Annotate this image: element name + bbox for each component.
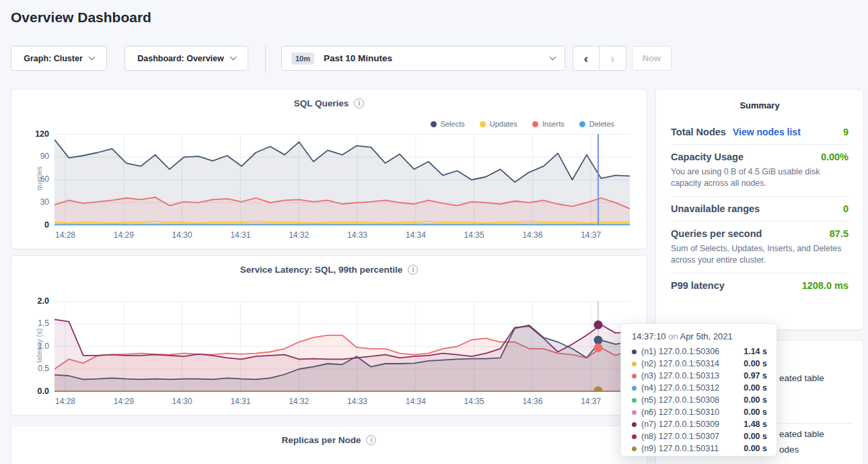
tooltip-node-value: 0.00 s <box>744 359 767 368</box>
view-nodes-list-link[interactable]: View nodes list <box>733 127 801 137</box>
chevron-down-icon <box>550 54 556 61</box>
unavailable-ranges-label: Unavailable ranges <box>671 203 760 214</box>
legend-item-updates[interactable]: Updates <box>480 120 517 128</box>
tooltip-node-row: (n8) 127.0.0.1:503070.00 s <box>632 430 767 442</box>
y-axis-tick-label: 0 <box>20 220 49 230</box>
y-axis-unit-label: queries <box>35 155 43 202</box>
x-axis-tick-label: 14:30 <box>166 397 198 406</box>
y-axis-unit-label: latency (s) <box>35 322 43 369</box>
legend-label: Inserts <box>542 120 565 128</box>
tooltip-node-row: (n2) 127.0.0.1:503140.00 s <box>632 358 767 370</box>
node-series-dot-icon <box>632 386 637 391</box>
x-axis-tick-label: 14:37 <box>575 230 607 240</box>
tooltip-node-name: (n8) 127.0.0.1:50307 <box>641 432 739 441</box>
capacity-usage-desc: You are using 0 B of 4.5 GiB usable disk… <box>671 166 848 196</box>
x-axis-tick-label: 14:37 <box>575 397 607 406</box>
node-series-dot-icon <box>632 398 637 403</box>
tooltip-node-row: (n6) 127.0.0.1:503100.00 s <box>632 406 767 418</box>
chart-legend: SelectsUpdatesInsertsDeletes <box>431 120 614 128</box>
summary-title: Summary <box>671 100 848 110</box>
node-series-dot-icon <box>632 422 637 427</box>
x-axis-tick-label: 14:34 <box>400 397 432 406</box>
legend-item-selects[interactable]: Selects <box>431 120 465 128</box>
tooltip-node-value: 1.14 s <box>744 347 767 356</box>
service-latency-plot[interactable] <box>55 301 630 392</box>
info-icon[interactable] <box>354 98 364 108</box>
info-icon[interactable] <box>408 265 418 275</box>
y-axis-tick-label: 0.0 <box>20 387 49 396</box>
tooltip-node-name: (n2) 127.0.0.1:50314 <box>641 359 739 368</box>
tooltip-node-value: 0.00 s <box>744 432 767 441</box>
overview-dashboard-screen: Overview Dashboard Graph: Cluster Dashbo… <box>0 0 868 464</box>
page-title: Overview Dashboard <box>11 9 151 26</box>
qps-value: 87.5 <box>830 228 848 239</box>
tooltip-node-row: (n1) 127.0.0.1:503061.14 s <box>632 345 767 358</box>
time-range-label: Past 10 Minutes <box>324 53 550 63</box>
tooltip-node-value: 1.48 s <box>744 420 767 429</box>
node-series-dot-icon <box>632 446 637 451</box>
x-axis-tick-label: 14:31 <box>224 397 256 406</box>
graph-dropdown[interactable]: Graph: Cluster <box>11 46 107 71</box>
event-item-fragment: eated table <box>779 373 824 383</box>
legend-item-deletes[interactable]: Deletes <box>579 120 614 128</box>
events-divider <box>777 423 853 424</box>
tooltip-node-name: (n6) 127.0.0.1:50310 <box>641 407 739 417</box>
x-axis-tick-label: 14:29 <box>108 397 140 406</box>
chart-plot-svg[interactable] <box>55 301 630 392</box>
legend-item-inserts[interactable]: Inserts <box>532 120 565 128</box>
time-prev-button[interactable]: ‹ <box>573 46 600 71</box>
chevron-down-icon <box>229 54 236 61</box>
x-axis-tick-label: 14:35 <box>458 397 491 406</box>
node-series-dot-icon <box>632 410 637 415</box>
legend-label: Updates <box>490 120 517 128</box>
chart-plot-svg[interactable] <box>55 134 630 226</box>
x-axis-tick-label: 14:34 <box>400 230 432 240</box>
event-item-fragment: odes <box>779 444 799 455</box>
summary-row-unavailable-ranges: Unavailable ranges 0 <box>671 197 848 221</box>
summary-panel: Summary Total Nodes View nodes list 9 Ca… <box>655 89 864 330</box>
y-axis-tick-label: 90 <box>20 152 49 161</box>
tooltip-node-name: (n9) 127.0.0.1:50311 <box>641 444 739 453</box>
summary-row-p99-latency: P99 latency 1208.0 ms <box>671 273 848 298</box>
x-axis-tick-label: 14:32 <box>283 397 315 406</box>
event-item-fragment: eated table <box>779 429 824 439</box>
tooltip-node-row: (n7) 127.0.0.1:503091.48 s <box>632 418 767 430</box>
x-axis-tick-label: 14:32 <box>283 230 315 240</box>
summary-row-total-nodes: Total Nodes View nodes list 9 <box>671 120 848 144</box>
tooltip-node-value: 0.00 s <box>744 383 767 393</box>
tooltip-node-name: (n3) 127.0.0.1:50313 <box>641 371 739 380</box>
dashboard-dropdown[interactable]: Dashboard: Overview <box>124 46 248 71</box>
chart-title-replicas-per-node: Replicas per Node <box>282 435 361 445</box>
info-icon[interactable] <box>366 435 376 445</box>
dashboard-dropdown-label: Dashboard: Overview <box>137 54 224 63</box>
toolbar-divider <box>265 44 266 72</box>
time-range-badge: 10m <box>291 53 314 65</box>
sql-queries-chart-card: SQL Queries SelectsUpdatesInsertsDeletes… <box>11 89 647 249</box>
tooltip-node-value: 0.00 s <box>744 444 767 453</box>
p99-latency-value: 1208.0 ms <box>802 280 848 291</box>
capacity-usage-label: Capacity Usage <box>671 152 744 162</box>
tooltip-node-name: (n1) 127.0.0.1:50306 <box>641 347 739 356</box>
y-axis-tick-label: 120 <box>20 129 49 139</box>
sql-queries-plot[interactable] <box>55 134 630 226</box>
replicas-per-node-chart-card: Replicas per Node <box>11 426 647 464</box>
legend-dot-icon <box>532 121 538 127</box>
p99-latency-label: P99 latency <box>671 280 725 291</box>
time-next-button[interactable]: › <box>600 46 626 71</box>
tooltip-node-value: 0.00 s <box>744 407 767 417</box>
time-range-picker[interactable]: 10m Past 10 Minutes <box>281 46 565 71</box>
tooltip-timestamp: 14:37:10 on Apr 5th, 2021 <box>632 331 767 341</box>
y-axis-tick-label: 0.5 <box>20 364 49 373</box>
node-series-dot-icon <box>632 350 637 354</box>
tooltip-node-name: (n7) 127.0.0.1:50309 <box>641 420 739 429</box>
tooltip-node-value: 0.97 s <box>744 371 767 380</box>
time-nav-group: ‹ › <box>573 46 626 71</box>
qps-desc: Sum of Selects, Updates, Inserts, and De… <box>671 243 848 273</box>
legend-dot-icon <box>579 121 585 127</box>
tooltip-node-row: (n9) 127.0.0.1:503110.00 s <box>632 442 767 455</box>
now-button[interactable]: Now <box>632 46 672 71</box>
y-axis-tick-label: 1.5 <box>20 319 49 328</box>
x-axis-tick-label: 14:33 <box>341 230 373 240</box>
y-axis-tick-label: 60 <box>20 174 49 184</box>
node-series-dot-icon <box>632 434 637 439</box>
